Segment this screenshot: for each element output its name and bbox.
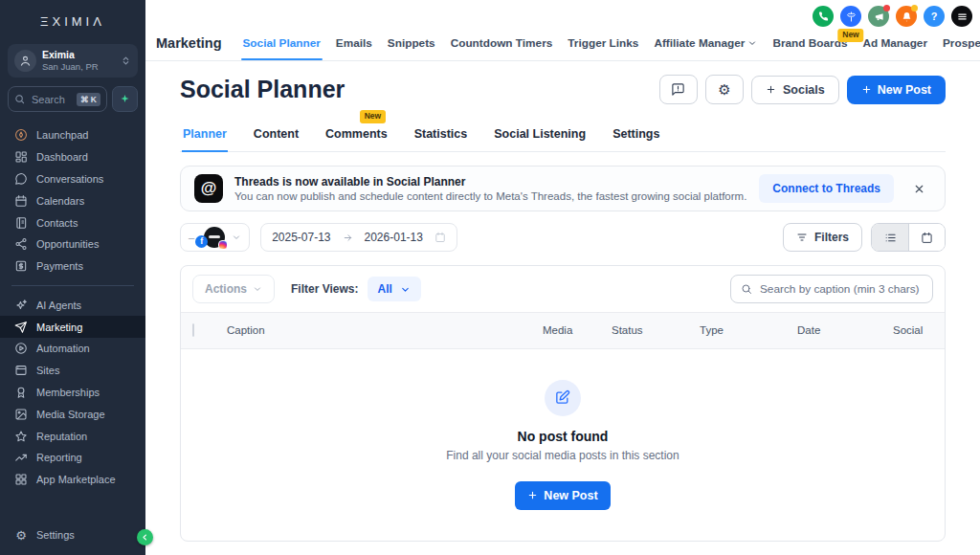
topbar-icon-cluster: New ? xyxy=(813,6,972,27)
sidebar-item-calendars[interactable]: Calendars xyxy=(0,189,145,211)
tab-statistics[interactable]: Statistics xyxy=(413,122,469,151)
sparkle-icon xyxy=(119,93,131,105)
account-switcher[interactable]: Eximia San Juan, PR xyxy=(8,44,138,78)
topnav-link-brand-boards[interactable]: Brand Boards xyxy=(772,36,847,50)
sidebar-item-contacts[interactable]: Contacts xyxy=(0,211,145,233)
filter-views-label: Filter Views: xyxy=(291,282,358,296)
search-icon xyxy=(14,94,25,104)
empty-new-post-button[interactable]: New Post xyxy=(515,481,610,510)
topnav-link-snippets[interactable]: Snippets xyxy=(388,36,435,50)
sidebar-item-app-marketplace[interactable]: App Marketplace xyxy=(0,469,145,491)
sidebar-item-conversations[interactable]: Conversations xyxy=(0,168,145,190)
help-button[interactable]: ? xyxy=(924,6,945,27)
sidebar-item-sites[interactable]: Sites xyxy=(0,360,145,382)
feedback-button[interactable] xyxy=(659,75,698,104)
profile-menu-button[interactable] xyxy=(951,6,972,27)
date-start: 2025-07-13 xyxy=(272,231,330,244)
date-end: 2026-01-13 xyxy=(365,231,423,244)
sidebar-divider xyxy=(11,285,134,286)
star-icon xyxy=(14,430,28,443)
chevron-down-icon xyxy=(232,233,241,242)
list-view-button[interactable] xyxy=(872,224,908,251)
sidebar-item-memberships[interactable]: Memberships xyxy=(0,382,145,404)
plus-icon xyxy=(861,84,872,95)
chevron-down-icon xyxy=(253,284,262,294)
sidebar-item-ai-agents[interactable]: AI Agents xyxy=(0,294,145,316)
bell-icon xyxy=(902,11,912,22)
table-header: Caption Media Status Type Date Social xyxy=(181,312,945,349)
view-toggle xyxy=(871,223,946,252)
column-social: Social xyxy=(893,323,931,338)
actions-dropdown[interactable]: Actions xyxy=(192,275,275,303)
social-accounts-selector[interactable]: – f xyxy=(180,223,250,252)
topbar: Marketing Social Planner Emails Snippets… xyxy=(145,0,980,61)
banner-title: Threads is now available in Social Plann… xyxy=(234,175,747,189)
award-icon xyxy=(14,386,28,399)
select-all-checkbox[interactable] xyxy=(192,323,194,337)
sidebar-search-input[interactable] xyxy=(30,93,72,106)
date-range-picker[interactable]: 2025-07-13 2026-01-13 xyxy=(260,223,457,252)
quick-links-button[interactable]: New xyxy=(840,6,861,27)
plus-icon xyxy=(527,490,538,500)
search-icon xyxy=(741,283,752,295)
filter-views-dropdown[interactable]: All xyxy=(368,277,421,301)
tab-planner[interactable]: Planner xyxy=(182,122,228,151)
calendar-icon xyxy=(14,194,28,208)
sidebar-item-reputation[interactable]: Reputation xyxy=(0,425,145,447)
announcements-button[interactable] xyxy=(868,6,889,27)
column-type: Type xyxy=(700,324,797,336)
caption-search-input[interactable] xyxy=(758,281,923,297)
sidebar-item-opportunities[interactable]: Opportunities xyxy=(0,233,145,255)
banner-close-button[interactable] xyxy=(913,183,925,195)
calendar-view-button[interactable] xyxy=(908,224,945,251)
add-socials-button[interactable]: Socials xyxy=(751,76,839,104)
caption-search[interactable] xyxy=(730,275,933,303)
sidebar-item-settings[interactable]: ⚙ Settings xyxy=(0,524,145,545)
trend-up-icon xyxy=(14,451,28,464)
sidebar-item-reporting[interactable]: Reporting xyxy=(0,447,145,469)
sidebar-item-dashboard[interactable]: Dashboard xyxy=(0,146,145,168)
filter-lines-icon xyxy=(796,232,808,243)
account-name: Eximia xyxy=(42,49,99,61)
topnav-link-ad-manager[interactable]: Ad Manager xyxy=(862,36,927,50)
notifications-button[interactable] xyxy=(896,6,917,27)
arrow-right-icon xyxy=(343,233,353,243)
connect-to-threads-button[interactable]: Connect to Threads xyxy=(759,174,894,203)
empty-state-title: No post found xyxy=(518,429,609,444)
sidebar-search[interactable]: ⌘ K xyxy=(8,86,107,112)
topnav-link-social-planner[interactable]: Social Planner xyxy=(243,36,321,50)
new-post-button[interactable]: New Post xyxy=(847,76,946,104)
topnav-link-prospecting[interactable]: Prospecting New xyxy=(943,36,980,50)
filters-button[interactable]: Filters xyxy=(783,223,862,252)
topnav-link-emails[interactable]: Emails xyxy=(336,36,372,50)
notification-dot xyxy=(883,5,890,11)
phone-button[interactable] xyxy=(813,6,834,27)
edit-post-icon xyxy=(545,380,581,416)
topnav-link-countdown-timers[interactable]: Countdown Timers xyxy=(451,36,553,50)
column-status: Status xyxy=(612,324,700,336)
topnav-link-affiliate-manager[interactable]: Affiliate Manager xyxy=(654,36,757,50)
topnav-link-trigger-links[interactable]: Trigger Links xyxy=(568,36,638,50)
account-dash: – xyxy=(189,232,194,243)
topnav-title: Marketing xyxy=(156,35,222,51)
menu-icon xyxy=(957,11,968,22)
tab-comments[interactable]: Comments New xyxy=(324,122,389,151)
sidebar-item-automation[interactable]: Automation xyxy=(0,338,145,360)
calendar-icon xyxy=(434,232,446,243)
page-title: Social Planner xyxy=(180,76,345,103)
rocket-icon xyxy=(14,128,28,142)
image-icon xyxy=(14,408,28,421)
new-badge: New xyxy=(360,110,386,123)
sidebar-item-marketing[interactable]: Marketing xyxy=(0,316,145,338)
planner-tabs: Planner Content Comments New Statistics … xyxy=(180,122,946,152)
planner-settings-button[interactable]: ⚙ xyxy=(705,75,744,104)
sidebar-item-launchpad[interactable]: Launchpad xyxy=(0,124,145,146)
sidebar-collapse-button[interactable] xyxy=(137,529,153,545)
sidebar-item-media-storage[interactable]: Media Storage xyxy=(0,403,145,425)
tab-content[interactable]: Content xyxy=(253,122,300,151)
tab-settings[interactable]: Settings xyxy=(612,122,660,151)
tab-social-listening[interactable]: Social Listening xyxy=(493,122,587,151)
gear-icon: ⚙ xyxy=(718,82,730,97)
sidebar-item-payments[interactable]: Payments xyxy=(0,255,145,278)
ai-assistant-button[interactable] xyxy=(112,86,138,112)
